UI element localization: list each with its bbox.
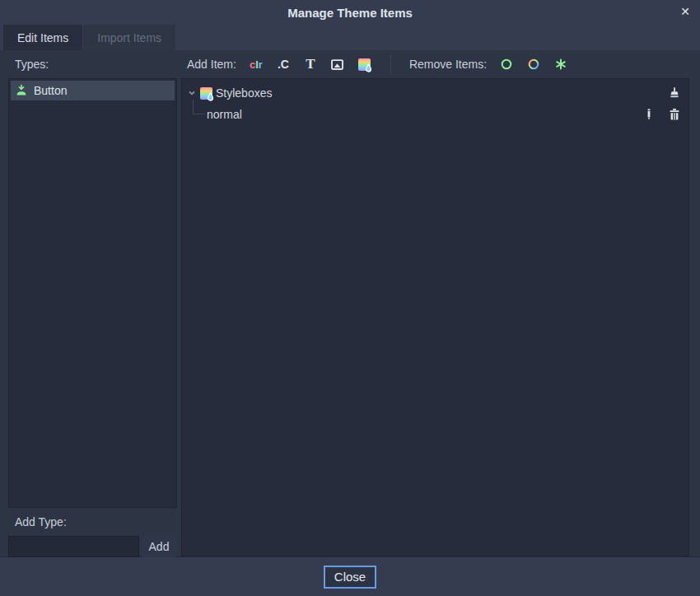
type-item-label: Button	[34, 84, 67, 97]
dialog-title: Manage Theme Items	[287, 6, 413, 20]
add-stylebox-item-button[interactable]	[357, 57, 372, 72]
remove-custom-items-icon	[527, 58, 540, 71]
titlebar: Manage Theme Items ✕	[0, 0, 700, 25]
color-item-icon: clr	[250, 58, 263, 71]
tree-row-normal[interactable]: normal	[182, 104, 688, 125]
override-all-button[interactable]	[667, 86, 682, 100]
trash-icon	[668, 108, 681, 121]
tab-edit-items[interactable]: Edit Items	[3, 25, 82, 50]
add-type-input[interactable]	[8, 536, 139, 557]
types-label: Types:	[15, 50, 49, 78]
rename-item-button[interactable]	[642, 107, 656, 122]
dialog-footer: Close	[0, 557, 700, 596]
edit-items-panel: Types: Add Item: clr .C T	[0, 50, 700, 557]
close-button[interactable]: Close	[324, 566, 376, 589]
add-color-item-button[interactable]: clr	[249, 57, 264, 72]
chevron-down-icon[interactable]	[187, 88, 197, 98]
item-toolbar: Add Item: clr .C T	[187, 50, 568, 78]
brush-icon	[668, 86, 681, 100]
color-letter-r: r	[259, 58, 263, 71]
tab-import-items[interactable]: Import Items	[83, 25, 175, 50]
tree-child-label: normal	[207, 108, 242, 121]
theme-items-tree: Styleboxes normal	[181, 78, 689, 556]
add-type-label: Add Type:	[15, 515, 67, 528]
add-font-item-button[interactable]: T	[303, 57, 318, 72]
types-list: Button	[8, 78, 177, 508]
remove-custom-items-button[interactable]	[526, 57, 541, 72]
close-icon[interactable]: ✕	[676, 2, 694, 21]
tree-row-styleboxes[interactable]: Styleboxes	[182, 82, 688, 104]
toolbar-separator	[390, 54, 391, 74]
image-icon	[330, 58, 344, 72]
stylebox-item-icon	[358, 58, 371, 71]
tab-bar: Edit Items Import Items	[3, 25, 175, 50]
constant-item-icon: .C	[278, 58, 289, 71]
font-item-icon: T	[306, 56, 315, 72]
add-constant-item-button[interactable]: .C	[276, 57, 291, 72]
remove-all-items-icon	[554, 58, 567, 71]
remove-items-label: Remove Items:	[409, 58, 487, 71]
button-node-icon	[15, 84, 28, 97]
delete-item-button[interactable]	[667, 107, 682, 122]
remove-class-items-button[interactable]	[499, 57, 514, 72]
pencil-icon	[645, 108, 653, 121]
remove-all-items-button[interactable]	[553, 57, 568, 72]
remove-class-items-icon	[500, 58, 513, 71]
manage-theme-items-dialog: Manage Theme Items ✕ Edit Items Import I…	[0, 0, 700, 596]
add-icon-item-button[interactable]	[330, 57, 345, 72]
tree-root-label: Styleboxes	[216, 86, 272, 100]
tree-guide-line	[193, 100, 205, 114]
add-type-button[interactable]: Add	[142, 536, 176, 557]
stylebox-icon	[200, 87, 212, 100]
add-item-label: Add Item:	[187, 58, 236, 71]
type-item-button[interactable]: Button	[11, 81, 175, 100]
